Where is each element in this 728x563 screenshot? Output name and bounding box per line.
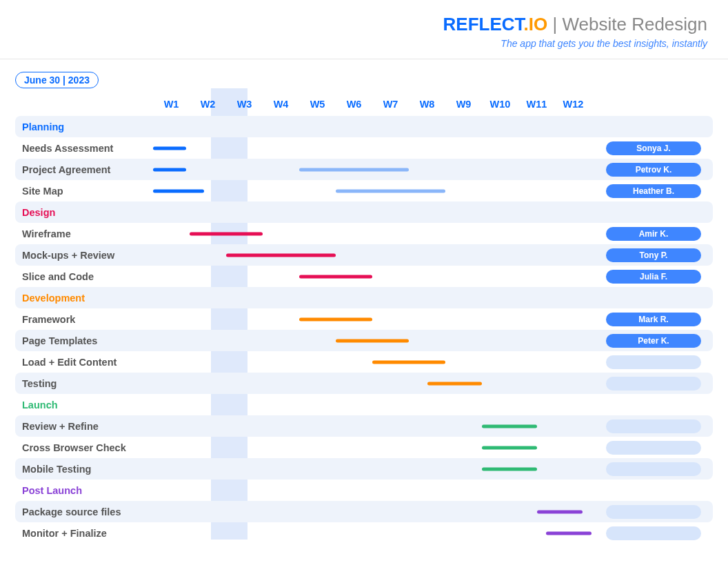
gantt-bar[interactable] xyxy=(482,467,537,471)
assignee-pill xyxy=(606,526,701,540)
assignee-pill[interactable]: Peter K. xyxy=(606,334,701,348)
gantt-chart: June 30 | 2023 W1W2W3W4W5W6W7W8W9W10W11W… xyxy=(0,59,728,544)
task-label: Wireframe xyxy=(15,228,153,239)
task-label: Needs Assessment xyxy=(15,143,153,154)
week-col-1: W1 xyxy=(153,99,190,110)
week-col-6: W6 xyxy=(336,99,372,110)
week-header: W1W2W3W4W5W6W7W8W9W10W11W12 xyxy=(153,99,592,110)
page-header: REFLECT.IO | Website Redesign The app th… xyxy=(0,0,728,59)
section-label: Development xyxy=(15,293,153,304)
week-col-4: W4 xyxy=(263,99,299,110)
task-row: Review + Refine xyxy=(15,415,713,437)
task-row: Package source files xyxy=(15,501,713,522)
assignee-pill[interactable]: Sonya J. xyxy=(606,141,701,155)
task-bar-cell xyxy=(153,351,592,373)
brand-primary: REFLECT xyxy=(443,14,524,34)
section-header: Launch xyxy=(15,394,713,415)
gantt-bar[interactable] xyxy=(299,317,372,321)
task-label: Mobile Testing xyxy=(15,464,153,475)
gantt-bar[interactable] xyxy=(546,531,592,535)
gantt-bar[interactable] xyxy=(372,360,445,364)
section-label: Design xyxy=(15,207,153,218)
brand-separator: | xyxy=(547,14,562,34)
gantt-bar[interactable] xyxy=(153,189,204,192)
assignee-pill xyxy=(606,441,701,455)
gantt-bar[interactable] xyxy=(336,339,409,342)
task-bar-cell xyxy=(153,308,592,330)
task-label: Load + Edit Content xyxy=(15,357,153,368)
task-label: Cross Browser Check xyxy=(15,442,153,453)
week-col-5: W5 xyxy=(299,99,336,110)
task-row: WireframeAmir K. xyxy=(15,223,713,244)
assignee-pill xyxy=(606,355,701,369)
section-label: Planning xyxy=(15,121,153,132)
task-row: Slice and CodeJulia F. xyxy=(15,266,713,287)
week-col-8: W8 xyxy=(409,99,445,110)
brand-subtitle: Website Redesign xyxy=(562,14,707,34)
week-col-10: W10 xyxy=(482,99,518,110)
gantt-bar[interactable] xyxy=(482,424,537,428)
task-row: Cross Browser Check xyxy=(15,437,713,458)
task-bar-cell xyxy=(153,458,592,480)
task-label: Slice and Code xyxy=(15,271,153,282)
gantt-bar[interactable] xyxy=(153,168,186,171)
task-row: Mock-ups + ReviewTony P. xyxy=(15,244,713,266)
assignee-pill xyxy=(606,505,701,519)
date-badge[interactable]: June 30 | 2023 xyxy=(15,72,99,88)
section-label: Post Launch xyxy=(15,485,153,496)
task-row: Site MapHeather B. xyxy=(15,180,713,201)
brand-line: REFLECT.IO | Website Redesign xyxy=(21,14,707,35)
gantt-bar[interactable] xyxy=(190,232,263,235)
task-bar-cell xyxy=(153,522,592,544)
task-label: Testing xyxy=(15,378,153,389)
brand-secondary: .IO xyxy=(524,14,548,34)
week-col-2: W2 xyxy=(190,99,226,110)
section-header: Post Launch xyxy=(15,480,713,501)
gantt-bar[interactable] xyxy=(482,446,537,449)
section-header: Design xyxy=(15,201,713,223)
week-col-11: W11 xyxy=(518,99,555,110)
assignee-pill[interactable]: Tony P. xyxy=(606,248,701,262)
section-header: Development xyxy=(15,287,713,308)
gantt-bar[interactable] xyxy=(336,189,445,192)
task-label: Project Agreement xyxy=(15,164,153,175)
task-row: Testing xyxy=(15,373,713,394)
task-label: Page Templates xyxy=(15,335,153,346)
task-bar-cell xyxy=(153,501,592,522)
assignee-pill[interactable]: Julia F. xyxy=(606,270,701,284)
task-label: Monitor + Finalize xyxy=(15,528,153,539)
week-col-3: W3 xyxy=(226,99,263,110)
gantt-bar[interactable] xyxy=(226,253,336,257)
task-label: Site Map xyxy=(15,186,153,197)
gantt-bar[interactable] xyxy=(299,275,372,278)
task-bar-cell xyxy=(153,437,592,458)
task-bar-cell xyxy=(153,266,592,287)
gantt-bar[interactable] xyxy=(427,382,483,385)
task-row: Page TemplatesPeter K. xyxy=(15,330,713,351)
assignee-pill xyxy=(606,377,701,391)
assignee-pill[interactable]: Heather B. xyxy=(606,184,701,198)
gantt-bar[interactable] xyxy=(153,146,186,150)
assignee-pill[interactable]: Amir K. xyxy=(606,227,701,241)
assignee-pill xyxy=(606,462,701,476)
task-bar-cell xyxy=(153,415,592,437)
section-label: Launch xyxy=(15,399,153,411)
task-bar-cell xyxy=(153,137,592,159)
task-bar-cell xyxy=(153,373,592,394)
task-bar-cell xyxy=(153,159,592,180)
task-bar-cell xyxy=(153,223,592,244)
gantt-rows: W1W2W3W4W5W6W7W8W9W10W11W12PlanningNeeds… xyxy=(15,92,713,544)
gantt-bar[interactable] xyxy=(299,168,409,171)
task-label: Review + Refine xyxy=(15,421,153,432)
week-header-row: W1W2W3W4W5W6W7W8W9W10W11W12 xyxy=(15,92,713,116)
task-row: Mobile Testing xyxy=(15,458,713,480)
task-bar-cell xyxy=(153,330,592,351)
task-label: Framework xyxy=(15,314,153,325)
gantt-bar[interactable] xyxy=(537,510,583,513)
task-row: FrameworkMark R. xyxy=(15,308,713,330)
assignee-pill[interactable]: Mark R. xyxy=(606,313,701,326)
assignee-pill[interactable]: Petrov K. xyxy=(606,163,701,177)
task-row: Load + Edit Content xyxy=(15,351,713,373)
task-label: Mock-ups + Review xyxy=(15,250,153,261)
task-row: Monitor + Finalize xyxy=(15,522,713,544)
